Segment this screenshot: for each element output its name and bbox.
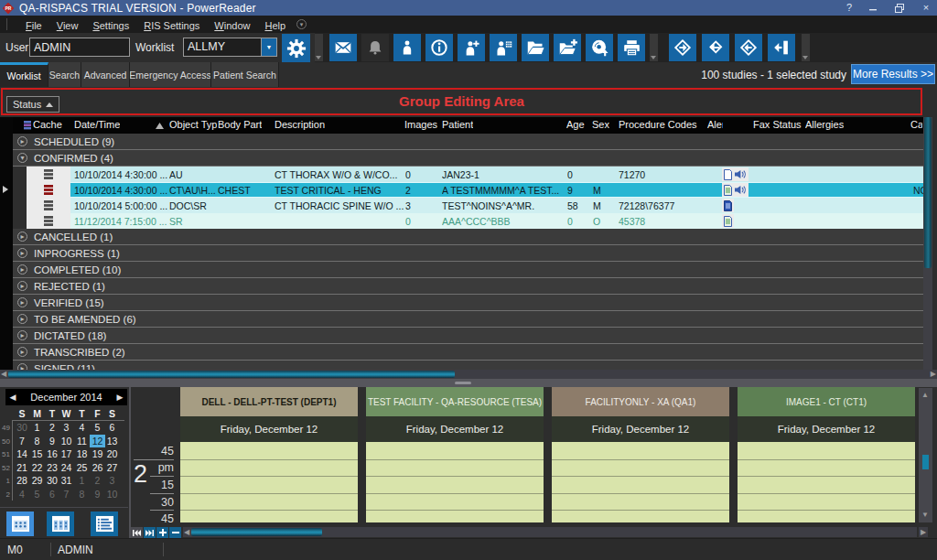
scheduler-time-grid[interactable] xyxy=(180,442,358,522)
group-by-status-chip[interactable]: Status xyxy=(6,96,59,113)
calendar-day[interactable]: 6 xyxy=(104,421,120,434)
group-row-confirmed-4-[interactable]: ▾CONFIRMED (4) xyxy=(13,150,923,167)
scheduler-time-grid[interactable] xyxy=(738,442,915,522)
scheduler-time-grid[interactable] xyxy=(366,442,544,522)
group-row-transcribed-2-[interactable]: ▸TRANSCRIBED (2) xyxy=(13,344,923,361)
column-header-age[interactable]: Age xyxy=(566,119,585,130)
calendar-day[interactable]: 7 xyxy=(15,435,30,447)
list-view-button[interactable] xyxy=(91,512,118,536)
group-row-scheduled-9-[interactable]: ▸SCHEDULED (9) xyxy=(13,134,923,150)
add-patient-button[interactable] xyxy=(458,34,485,61)
calendar-day[interactable]: 6 xyxy=(45,488,60,501)
table-vscroll-thumb[interactable] xyxy=(924,117,932,268)
calendar-day[interactable]: 13 xyxy=(104,435,120,447)
group-row-signed-11-[interactable]: ▸SIGNED (11) xyxy=(13,361,923,370)
calendar-day[interactable]: 30 xyxy=(45,474,60,487)
calendar-day[interactable]: 31 xyxy=(59,474,74,487)
mail-button[interactable] xyxy=(329,34,357,61)
calendar-day[interactable]: 21 xyxy=(15,461,30,474)
expand-group-icon[interactable]: ▸ xyxy=(17,314,27,324)
menu-item-file[interactable]: File xyxy=(18,20,49,31)
calendar-day[interactable]: 4 xyxy=(15,488,30,501)
scroll-right-icon[interactable]: ▶ xyxy=(921,528,926,537)
scroll-up-icon[interactable]: ▲ xyxy=(921,391,929,400)
column-header-procedure-codes[interactable]: Procedure Codes xyxy=(619,119,697,130)
calendar-prev-icon[interactable]: ◀ xyxy=(5,393,20,402)
expand-group-icon[interactable]: ▸ xyxy=(17,264,27,275)
info-button[interactable] xyxy=(425,34,453,61)
calendar-day[interactable]: 7 xyxy=(59,488,74,501)
scheduler-time-grid[interactable] xyxy=(552,442,729,522)
expand-group-icon[interactable]: ▸ xyxy=(17,232,27,242)
expand-group-icon[interactable]: ▸ xyxy=(17,136,27,146)
study-back-button[interactable] xyxy=(735,34,762,61)
calendar-day[interactable]: 3 xyxy=(59,421,74,434)
scheduler-zoom-in-button[interactable] xyxy=(156,527,168,538)
calendar-day[interactable]: 29 xyxy=(29,474,45,487)
calendar-day[interactable]: 17 xyxy=(59,447,74,460)
scheduler-first-button[interactable] xyxy=(131,527,143,538)
table-row[interactable]: 10/10/2014 4:30:00 ...AUCT THORAX W/O & … xyxy=(13,167,923,182)
column-header-images[interactable]: Images xyxy=(404,119,437,130)
scheduler-resource-header[interactable]: IMAGE1 - CT (CT1) xyxy=(738,387,915,416)
scroll-left-icon[interactable]: ◀ xyxy=(184,528,189,537)
column-header-fax-status[interactable]: Fax Status xyxy=(753,119,802,130)
calendar-day[interactable]: 25 xyxy=(74,461,90,474)
notifications-button[interactable] xyxy=(361,34,389,61)
calendar-day[interactable]: 9 xyxy=(90,488,105,501)
menu-item-ris-settings[interactable]: RIS Settings xyxy=(136,20,207,31)
patient-button[interactable] xyxy=(393,34,421,61)
calendar-day[interactable]: 3 xyxy=(104,474,120,487)
study-in-button[interactable] xyxy=(702,34,729,61)
expand-group-icon[interactable]: ▸ xyxy=(17,363,27,370)
panel-splitter[interactable] xyxy=(0,379,937,387)
calendar-day[interactable]: 27 xyxy=(104,461,120,474)
week-view-button[interactable] xyxy=(47,512,74,536)
calendar-day[interactable]: 30 xyxy=(15,421,30,434)
worklist-combo-dropdown[interactable]: ▼ xyxy=(261,38,276,56)
group-row-cancelled-1-[interactable]: ▸CANCELLED (1) xyxy=(13,229,923,245)
group-row-completed-10-[interactable]: ▸COMPLETED (10) xyxy=(13,262,923,278)
open-study-button[interactable] xyxy=(522,34,549,61)
column-header-alerts[interactable]: Alerts xyxy=(707,119,723,130)
group-row-dictated-18-[interactable]: ▸DICTATED (18) xyxy=(13,328,923,344)
calendar-day[interactable]: 22 xyxy=(29,461,45,474)
scheduler-scroll-right[interactable]: ▶ xyxy=(919,527,928,537)
calendar-day[interactable]: 9 xyxy=(45,435,60,447)
calendar-day-selected[interactable]: 12 xyxy=(90,435,105,447)
expand-group-icon[interactable]: ▸ xyxy=(17,281,27,291)
menu-item-help[interactable]: Help xyxy=(257,20,293,31)
calendar-day[interactable]: 5 xyxy=(90,421,105,434)
calendar-day[interactable]: 8 xyxy=(29,435,45,447)
import-cd-button[interactable] xyxy=(586,34,613,61)
scroll-left-icon[interactable]: ◀ xyxy=(1,370,6,379)
calendar-day[interactable]: 10 xyxy=(104,488,120,501)
tab-worklist[interactable]: Worklist xyxy=(0,62,48,87)
scheduler-last-button[interactable] xyxy=(144,527,156,538)
tab-search[interactable]: Search xyxy=(48,62,81,87)
calendar-day[interactable]: 23 xyxy=(45,461,60,474)
table-row[interactable]: 11/12/2014 7:15:00 ...SR0AAA^CCC^BBB0O45… xyxy=(13,213,923,229)
group-row-to-be-amended-6-[interactable]: ▸TO BE AMENDED (6) xyxy=(13,311,923,328)
scheduler-vertical-scrollbar[interactable]: ▲ ▼ xyxy=(919,388,932,522)
table-hscroll-thumb[interactable] xyxy=(8,371,455,378)
calendar-day[interactable]: 15 xyxy=(29,447,45,460)
menu-overflow-icon[interactable]: ▾ xyxy=(296,19,307,29)
calendar-day[interactable]: 4 xyxy=(74,421,90,434)
column-header-sex[interactable]: Sex xyxy=(592,119,609,130)
print-button[interactable] xyxy=(618,34,645,61)
scheduler-zoom-out-button[interactable] xyxy=(169,527,181,538)
toolbar-grip[interactable] xyxy=(650,34,658,61)
expand-group-icon[interactable]: ▸ xyxy=(17,248,27,258)
calendar-day[interactable]: 11 xyxy=(74,435,90,447)
expand-group-icon[interactable]: ▸ xyxy=(17,347,27,357)
scheduler-horizontal-scrollbar[interactable]: ◀ xyxy=(183,527,917,537)
toolbar-grip[interactable] xyxy=(802,34,810,61)
scroll-right-icon[interactable]: ▶ xyxy=(931,370,936,379)
scheduler-resource-header[interactable]: TEST FACILITY - QA-RESOURCE (TESA) xyxy=(366,387,544,416)
minimize-button[interactable] xyxy=(869,4,880,12)
day-view-button[interactable] xyxy=(6,512,34,536)
calendar-day[interactable]: 14 xyxy=(15,447,30,460)
user-input[interactable] xyxy=(29,38,130,57)
column-header-body-part[interactable]: Body Part xyxy=(218,119,262,130)
